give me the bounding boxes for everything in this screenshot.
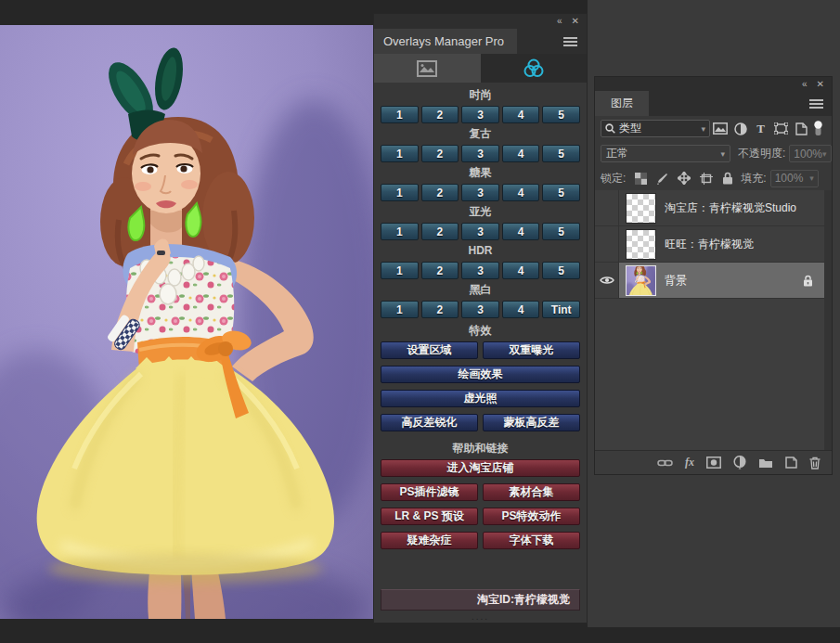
panel-menu-icon[interactable] — [563, 29, 587, 54]
layer-filtering-toggle[interactable] — [811, 121, 826, 136]
overlays-panel-tabs — [374, 54, 587, 83]
lock-pixels-brush-icon[interactable] — [656, 173, 668, 185]
preset-button-4-3[interactable]: 3 — [461, 262, 499, 279]
tab-overlays[interactable] — [374, 54, 481, 83]
layer-row-1[interactable]: 旺旺：青柠檬视觉 — [595, 226, 824, 263]
layer-filter-type-select[interactable]: 类型 ▾ — [601, 120, 710, 137]
add-adjustment-icon[interactable] — [733, 456, 746, 469]
effect-button-3-1[interactable]: 蒙板高反差 — [483, 414, 580, 431]
layer-name-2[interactable]: 背景 — [665, 273, 803, 289]
preset-button-5-4[interactable]: 4 — [502, 301, 540, 318]
collapse-layers-icon[interactable]: « — [802, 80, 808, 89]
layer-name-0[interactable]: 淘宝店：青柠檬视觉Studio — [665, 200, 824, 216]
link-button-2-1[interactable]: PS特效动作 — [483, 508, 580, 525]
rgb-circles-icon — [523, 58, 545, 78]
add-mask-icon[interactable] — [706, 457, 721, 469]
blend-mode-value: 正常 — [606, 146, 628, 161]
layer-thumbnail-2[interactable] — [626, 265, 656, 296]
layer-row-0[interactable]: 淘宝店：青柠檬视觉Studio — [595, 190, 824, 226]
preset-button-1-4[interactable]: 4 — [502, 145, 540, 162]
new-group-icon[interactable] — [758, 457, 773, 469]
collapse-panel-icon[interactable]: « — [557, 17, 562, 26]
preset-button-0-3[interactable]: 3 — [461, 106, 499, 123]
layers-menu-icon[interactable] — [809, 91, 832, 116]
close-panel-icon[interactable]: ✕ — [572, 17, 579, 26]
preset-section-label-4: HDR — [381, 244, 580, 258]
filter-kind-adjustment-icon[interactable] — [730, 122, 751, 135]
opacity-input[interactable]: 100% ▾ — [789, 145, 831, 162]
layer-style-fx-icon[interactable]: fx — [685, 456, 694, 469]
preset-button-1-5[interactable]: 5 — [542, 145, 580, 162]
effect-button-1-0[interactable]: 绘画效果 — [381, 366, 580, 383]
preset-button-5-2[interactable]: 2 — [421, 301, 459, 318]
preset-button-5-3[interactable]: 3 — [461, 301, 499, 318]
preset-button-3-4[interactable]: 4 — [502, 223, 540, 240]
link-button-3-1[interactable]: 字体下载 — [483, 532, 580, 549]
preset-button-0-5[interactable]: 5 — [542, 106, 580, 123]
filter-kind-text-icon[interactable]: T — [751, 122, 771, 135]
preset-button-4-5[interactable]: 5 — [542, 262, 580, 279]
preset-section-label-1: 复古 — [381, 127, 580, 141]
link-button-1-1[interactable]: 素材合集 — [483, 483, 580, 501]
new-layer-icon[interactable] — [785, 457, 797, 469]
preset-button-2-5[interactable]: 5 — [542, 184, 580, 201]
preset-button-4-2[interactable]: 2 — [421, 262, 459, 279]
image-icon — [417, 60, 437, 77]
layer-visibility-toggle-1[interactable] — [595, 226, 619, 262]
preset-button-3-1[interactable]: 1 — [381, 223, 419, 240]
filter-kind-image-icon[interactable] — [710, 122, 730, 135]
preset-button-0-2[interactable]: 2 — [421, 106, 459, 123]
preset-button-2-3[interactable]: 3 — [461, 184, 499, 201]
canvas-photo — [0, 25, 373, 619]
preset-button-5-1[interactable]: 1 — [381, 301, 419, 318]
preset-button-5-5[interactable]: Tint — [542, 301, 580, 318]
effect-button-0-0[interactable]: 设置区域 — [381, 341, 478, 359]
lock-transparency-icon[interactable] — [635, 173, 647, 185]
lock-all-icon[interactable] — [722, 172, 733, 185]
link-button-1-0[interactable]: PS插件滤镜 — [381, 483, 478, 501]
fill-input[interactable]: 100% ▾ — [770, 170, 819, 187]
link-button-2-0[interactable]: LR & PS 预设 — [381, 508, 478, 525]
preset-button-1-3[interactable]: 3 — [461, 145, 499, 162]
effect-button-2-0[interactable]: 虚光照 — [381, 390, 580, 407]
preset-button-0-4[interactable]: 4 — [502, 106, 540, 123]
preset-button-2-4[interactable]: 4 — [502, 184, 540, 201]
preset-button-4-1[interactable]: 1 — [381, 262, 419, 279]
panel-title[interactable]: Overlays Manager Pro — [374, 29, 517, 54]
panel-resize-grip[interactable]: .... — [374, 611, 587, 623]
chevron-down-icon: ▾ — [701, 124, 705, 134]
layer-visibility-toggle-2[interactable] — [595, 263, 619, 298]
preset-button-2-2[interactable]: 2 — [421, 184, 459, 201]
filter-kind-shape-icon[interactable] — [770, 122, 791, 135]
tab-filters[interactable] — [481, 54, 588, 83]
preset-button-3-3[interactable]: 3 — [461, 223, 499, 240]
lock-artboard-icon[interactable] — [700, 173, 713, 185]
link-button-0-0[interactable]: 进入淘宝店铺 — [381, 459, 580, 477]
layers-tabrow: 图层 — [595, 91, 832, 116]
preset-button-3-5[interactable]: 5 — [542, 223, 580, 240]
blend-mode-select[interactable]: 正常 ▾ — [601, 145, 730, 162]
preset-button-0-1[interactable]: 1 — [381, 106, 419, 123]
delete-layer-trash-icon[interactable] — [809, 457, 821, 469]
layer-visibility-toggle-0[interactable] — [595, 190, 619, 225]
preset-button-2-1[interactable]: 1 — [381, 184, 419, 201]
link-button-3-0[interactable]: 疑难杂症 — [381, 532, 478, 549]
layer-row-2[interactable]: 背景 — [595, 263, 824, 299]
preset-button-1-1[interactable]: 1 — [381, 145, 419, 162]
tab-layers[interactable]: 图层 — [595, 91, 649, 116]
link-layers-icon[interactable] — [657, 458, 673, 468]
effect-button-3-0[interactable]: 高反差锐化 — [381, 414, 478, 431]
preset-button-3-2[interactable]: 2 — [421, 223, 459, 240]
layer-name-1[interactable]: 旺旺：青柠檬视觉 — [665, 237, 824, 252]
effect-button-0-1[interactable]: 双重曝光 — [483, 341, 580, 359]
lock-position-move-icon[interactable] — [678, 172, 691, 185]
filter-kind-smart-object-icon[interactable] — [791, 122, 811, 135]
layers-panel-titlebar: « ✕ — [595, 77, 832, 91]
preset-button-4-4[interactable]: 4 — [502, 262, 540, 279]
layer-thumbnail-0[interactable] — [626, 193, 656, 224]
close-layers-icon[interactable]: ✕ — [817, 80, 824, 89]
preset-button-1-2[interactable]: 2 — [421, 145, 459, 162]
layer-thumbnail-1[interactable] — [626, 229, 656, 260]
opacity-value: 100% — [794, 148, 822, 161]
layers-bottom-bar: fx — [595, 450, 832, 474]
